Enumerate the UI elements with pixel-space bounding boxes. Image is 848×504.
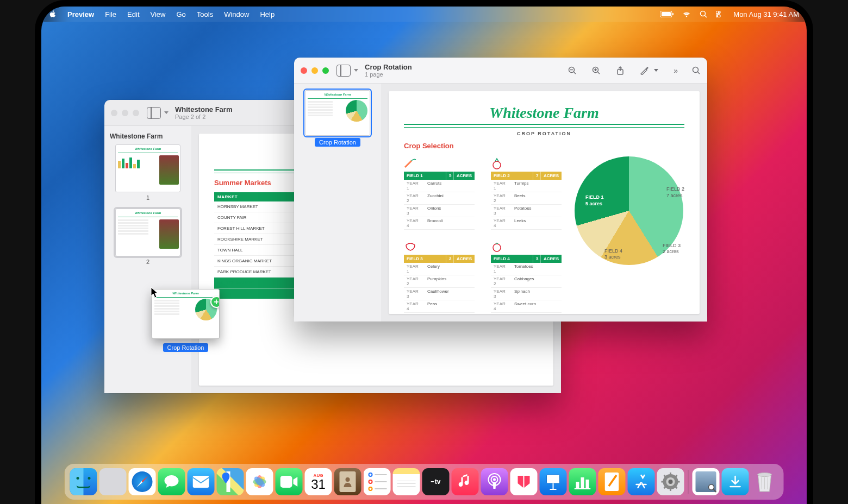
dock-pages[interactable]: [598, 468, 626, 495]
svg-point-31: [493, 478, 496, 481]
zoom-out-icon[interactable]: [568, 66, 577, 75]
dock-music[interactable]: [452, 468, 479, 495]
thumbnail-label-2: 2: [110, 259, 186, 265]
cursor-icon: [151, 287, 159, 299]
dock-facetime[interactable]: [276, 468, 303, 495]
svg-point-18: [693, 67, 699, 72]
section-heading: Crop Selection: [404, 142, 684, 150]
dock-reminders[interactable]: [364, 468, 391, 495]
search-icon[interactable]: [692, 66, 701, 75]
svg-point-28: [346, 477, 350, 482]
field-block: FIELD 43ACRESYEAR 1TomatoesYEAR 2Cabbage…: [491, 241, 562, 313]
menubar-clock[interactable]: Mon Aug 31 9:41 AM: [733, 10, 799, 18]
dock-appstore[interactable]: [628, 468, 655, 495]
dock-preview-recent[interactable]: [693, 468, 720, 495]
dock-tv[interactable]: tv: [422, 468, 450, 495]
document-viewport[interactable]: Whitestone Farm CROP ROTATION Crop Selec…: [381, 84, 707, 322]
crop-icon: [404, 241, 475, 253]
share-icon[interactable]: [616, 66, 625, 75]
menubar-app-name[interactable]: Preview: [67, 10, 94, 18]
dock: AUG31 tv: [65, 464, 784, 500]
titlebar: Crop Rotation 1 page »: [294, 58, 707, 84]
svg-point-43: [669, 480, 673, 484]
thumbnail-sidebar: Whitestone Farm Whitestone Farm 1 Whites…: [104, 126, 191, 393]
svg-line-4: [705, 16, 707, 18]
apple-logo-icon[interactable]: [49, 10, 57, 18]
menu-help[interactable]: Help: [260, 10, 275, 18]
copy-plus-badge-icon: +: [210, 296, 220, 308]
drag-ghost-thumbnail: Whitestone Farm + Crop Rotation: [152, 289, 220, 352]
svg-rect-36: [576, 482, 579, 488]
window-title: Whitestone Farm: [175, 105, 232, 114]
doc-heading: Whitestone Farm: [404, 104, 684, 122]
dock-notes[interactable]: [393, 468, 420, 495]
menu-edit[interactable]: Edit: [127, 10, 139, 18]
svg-rect-32: [547, 475, 560, 483]
dock-photos[interactable]: [246, 468, 273, 495]
close-button[interactable]: [111, 110, 117, 116]
svg-rect-27: [280, 476, 292, 488]
page-thumbnail-2[interactable]: Whitestone Farm: [115, 209, 180, 256]
menu-tools[interactable]: Tools: [197, 10, 213, 18]
window-subtitle: Page 2 of 2: [175, 114, 232, 120]
dock-calendar[interactable]: AUG31: [305, 468, 332, 495]
doc-subheading: CROP ROTATION: [404, 131, 684, 136]
dock-maps[interactable]: [217, 468, 244, 495]
sidebar-toggle-button[interactable]: [147, 107, 169, 119]
overflow-icon[interactable]: »: [674, 66, 677, 75]
svg-point-21: [493, 244, 501, 251]
svg-point-6: [718, 11, 720, 13]
dock-settings[interactable]: [657, 468, 684, 495]
svg-point-54: [758, 473, 772, 477]
dock-news[interactable]: [510, 468, 538, 495]
svg-line-11: [574, 72, 576, 74]
fullscreen-button[interactable]: [322, 67, 329, 74]
minimize-button[interactable]: [311, 67, 318, 74]
spotlight-icon[interactable]: [700, 10, 707, 18]
thumbnail-sidebar: Whitestone Farm Crop Rotation: [294, 84, 381, 322]
svg-point-3: [701, 11, 706, 16]
dock-contacts[interactable]: [334, 468, 361, 495]
dock-messages[interactable]: [158, 468, 185, 495]
dock-safari[interactable]: [129, 468, 156, 495]
sidebar-toggle-button[interactable]: [336, 65, 358, 77]
crop-icon: [491, 241, 562, 253]
preview-window-crop-rotation[interactable]: Crop Rotation 1 page » Whitestone Farm: [294, 58, 707, 322]
dock-keynote[interactable]: [540, 468, 567, 495]
svg-line-49: [676, 487, 677, 488]
minimize-button[interactable]: [122, 110, 128, 116]
menu-file[interactable]: File: [105, 10, 116, 18]
close-button[interactable]: [301, 67, 307, 74]
page-thumbnail-1[interactable]: Whitestone Farm: [115, 144, 180, 192]
fullscreen-button[interactable]: [133, 110, 139, 116]
menu-window[interactable]: Window: [224, 10, 249, 18]
crop-icon: [404, 158, 475, 169]
dock-mail[interactable]: [188, 468, 215, 495]
dock-podcasts[interactable]: [481, 468, 508, 495]
sidebar-title: Whitestone Farm: [110, 133, 186, 140]
battery-icon[interactable]: [660, 11, 674, 17]
svg-line-15: [598, 72, 600, 74]
dock-downloads[interactable]: [722, 468, 749, 495]
menu-go[interactable]: Go: [176, 10, 185, 18]
dock-finder[interactable]: [70, 468, 97, 495]
svg-point-52: [709, 484, 714, 490]
control-center-icon[interactable]: [716, 11, 725, 17]
zoom-in-icon[interactable]: [592, 66, 601, 75]
window-subtitle: 1 page: [365, 71, 412, 78]
page-thumbnail-1[interactable]: Whitestone Farm: [305, 90, 370, 136]
thumbnail-tag: Crop Rotation: [315, 138, 360, 147]
dock-launchpad[interactable]: [99, 468, 127, 495]
window-title: Crop Rotation: [365, 63, 412, 71]
crop-icon: [491, 158, 562, 169]
dock-numbers[interactable]: [569, 468, 596, 495]
field-block: FIELD 27ACRESYEAR 1TurnipsYEAR 2BeetsYEA…: [491, 158, 562, 230]
markup-dropdown-icon[interactable]: [654, 69, 658, 72]
drag-ghost-tag: Crop Rotation: [163, 343, 209, 352]
dock-trash[interactable]: [751, 468, 778, 495]
svg-rect-38: [586, 480, 589, 488]
wifi-icon[interactable]: [682, 11, 691, 17]
markup-icon[interactable]: [640, 66, 649, 75]
menu-view[interactable]: View: [151, 10, 166, 18]
svg-rect-37: [581, 477, 584, 488]
